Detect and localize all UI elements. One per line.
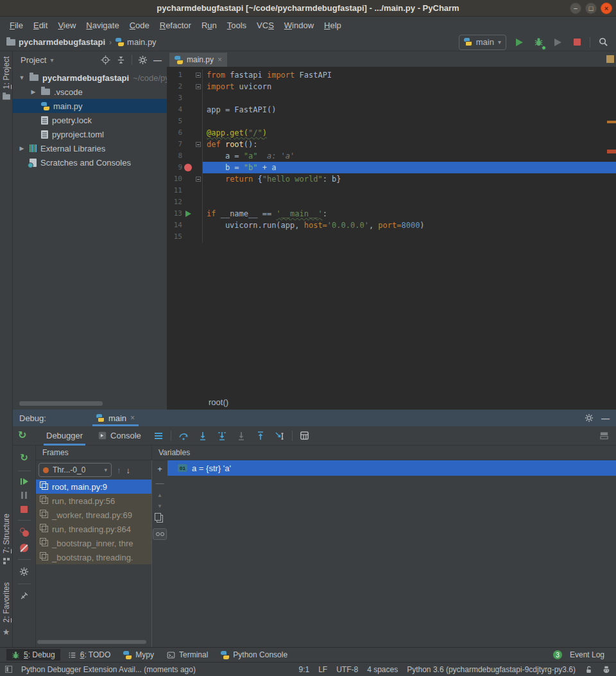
- code-line[interactable]: 14 uvicorn.run(app, host='0.0.0.0', port…: [167, 220, 616, 231]
- code-line[interactable]: 7def root():: [167, 139, 616, 150]
- next-frame-icon[interactable]: ↓: [126, 465, 131, 475]
- code-area[interactable]: 1from fastapi import FastAPI2import uvic…: [167, 67, 616, 394]
- code-text[interactable]: uvicorn.run(app, host='0.0.0.0', port=80…: [203, 220, 616, 231]
- menu-window[interactable]: Window: [280, 19, 318, 32]
- stripe-button-2-favorites[interactable]: 2: Favorites★: [2, 582, 11, 637]
- add-watch-icon[interactable]: +: [157, 465, 162, 473]
- code-text[interactable]: def root():: [203, 139, 616, 150]
- line-number[interactable]: 2: [167, 81, 182, 92]
- code-line[interactable]: 8 a = "a" a: 'a': [167, 150, 616, 162]
- run-config-selector[interactable]: main ▾: [459, 35, 506, 50]
- hide-panel-icon[interactable]: —: [153, 55, 162, 65]
- evaluate-expression-icon[interactable]: [298, 429, 312, 443]
- tree-item--vscode[interactable]: ▶.vscode: [13, 85, 167, 99]
- remove-watch-icon[interactable]: —: [156, 479, 164, 487]
- frame-row[interactable]: run, thread.py:56: [36, 494, 151, 508]
- run-button[interactable]: [513, 36, 526, 49]
- tree-item-poetry-lock[interactable]: poetry.lock: [13, 113, 167, 127]
- code-line[interactable]: 9 b = "b" + a: [167, 162, 616, 173]
- step-into-icon[interactable]: [196, 429, 210, 443]
- settings-icon[interactable]: [138, 55, 148, 65]
- tab-debugger[interactable]: Debugger: [41, 426, 88, 446]
- fold-icon[interactable]: [196, 142, 201, 147]
- line-number[interactable]: 6: [167, 127, 182, 139]
- debug-button[interactable]: [532, 36, 545, 49]
- menu-run[interactable]: Run: [197, 19, 221, 32]
- code-line[interactable]: 11: [167, 185, 616, 196]
- line-number[interactable]: 7: [167, 139, 182, 150]
- code-line[interactable]: 6@app.get("/"): [167, 127, 616, 139]
- line-number[interactable]: 9: [167, 162, 182, 173]
- tree-item-scratches-and-consoles[interactable]: Scratches and Consoles: [13, 155, 167, 169]
- debug-session-tab[interactable]: main ×: [92, 410, 139, 426]
- threads-view-icon[interactable]: [151, 429, 166, 443]
- settings-icon[interactable]: [19, 567, 29, 576]
- tool-window-button-6-todo[interactable]: 6: TODO: [63, 649, 116, 661]
- frame-row[interactable]: run, threading.py:864: [36, 522, 151, 536]
- code-line[interactable]: 10 return {"hello world": b}: [167, 173, 616, 185]
- code-text[interactable]: if __name__ == '__main__':: [203, 208, 616, 220]
- move-up-icon[interactable]: ▲: [157, 493, 162, 498]
- run-gutter[interactable]: [182, 211, 194, 217]
- line-number[interactable]: 15: [167, 231, 182, 243]
- line-number[interactable]: 3: [167, 92, 182, 104]
- status-item[interactable]: Python 3.6 (pycharmdebugfastapi-9cdjtyrg…: [407, 665, 576, 674]
- tree-item-pyproject-toml[interactable]: pyproject.toml: [13, 127, 167, 141]
- code-text[interactable]: import uvicorn: [203, 81, 616, 92]
- frames-horizontal-scrollbar[interactable]: [37, 640, 146, 644]
- pin-icon[interactable]: [19, 591, 29, 601]
- editor-tab-main-py[interactable]: main.py ×: [169, 53, 227, 67]
- line-number[interactable]: 1: [167, 69, 182, 81]
- status-item[interactable]: LF: [318, 665, 327, 674]
- tool-window-button-5-debug[interactable]: 5: Debug: [6, 649, 60, 661]
- fold-column[interactable]: [194, 139, 203, 150]
- tree-item-pycharmdebugfastapi[interactable]: ▼pycharmdebugfastapi~/code/pycharmdebugf…: [13, 71, 167, 85]
- tree-expand-arrow[interactable]: ▶: [18, 145, 26, 152]
- code-line[interactable]: 2import uvicorn: [167, 81, 616, 92]
- breadcrumb-item-pycharmdebugfastapi[interactable]: pycharmdebugfastapi: [6, 37, 105, 47]
- scroll-marker-warning[interactable]: [607, 121, 616, 123]
- menu-view[interactable]: View: [53, 19, 80, 32]
- lock-icon[interactable]: [585, 665, 593, 674]
- fold-column[interactable]: [194, 173, 203, 185]
- tool-window-toggle-icon[interactable]: [5, 666, 12, 673]
- fold-icon[interactable]: [196, 84, 201, 89]
- tab-console[interactable]: Console: [93, 426, 146, 446]
- menu-code[interactable]: Code: [125, 19, 154, 32]
- close-button[interactable]: ×: [601, 3, 612, 14]
- status-item[interactable]: 9:1: [298, 665, 309, 674]
- minimize-button[interactable]: −: [570, 3, 581, 14]
- line-number[interactable]: 11: [167, 185, 182, 196]
- highlighting-level-icon[interactable]: [602, 665, 611, 674]
- line-number[interactable]: 14: [167, 220, 182, 231]
- collapse-all-icon[interactable]: [116, 55, 126, 65]
- tree-expand-arrow[interactable]: ▶: [30, 89, 37, 95]
- frame-row[interactable]: _worker, thread.py:69: [36, 508, 151, 522]
- event-log-button[interactable]: 3 Event Log: [548, 649, 610, 661]
- variable-row[interactable]: 01a = {str} 'a': [167, 460, 616, 476]
- code-text[interactable]: return {"hello world": b}: [203, 173, 616, 185]
- fold-column[interactable]: [194, 69, 203, 81]
- scroll-marker-breakpoint-line[interactable]: [607, 150, 616, 153]
- duplicate-watch-icon[interactable]: [157, 515, 163, 523]
- tool-window-button-python-console[interactable]: Python Console: [216, 649, 293, 661]
- close-tab-icon[interactable]: ×: [218, 55, 222, 64]
- layout-settings-icon[interactable]: [597, 429, 611, 443]
- tree-item-main-py[interactable]: main.py: [13, 99, 167, 113]
- line-number[interactable]: 4: [167, 104, 182, 116]
- previous-frame-icon[interactable]: ↑: [117, 465, 121, 475]
- stripe-button-1-project[interactable]: 1: Project: [2, 56, 11, 100]
- code-text[interactable]: @app.get("/"): [203, 127, 616, 139]
- menu-edit[interactable]: Edit: [29, 19, 52, 32]
- code-text[interactable]: b = "b" + a: [203, 162, 616, 173]
- code-line[interactable]: 4app = FastAPI(): [167, 104, 616, 116]
- code-line[interactable]: 15: [167, 231, 616, 243]
- stop-process-icon[interactable]: [21, 506, 28, 513]
- line-number[interactable]: 13: [167, 208, 182, 220]
- status-item[interactable]: 4 spaces: [367, 665, 398, 674]
- status-item[interactable]: UTF-8: [336, 665, 358, 674]
- fold-column[interactable]: [194, 81, 203, 92]
- rerun-icon[interactable]: ↻: [18, 429, 26, 441]
- code-text[interactable]: a = "a" a: 'a': [203, 150, 616, 162]
- step-out-icon[interactable]: [253, 429, 268, 443]
